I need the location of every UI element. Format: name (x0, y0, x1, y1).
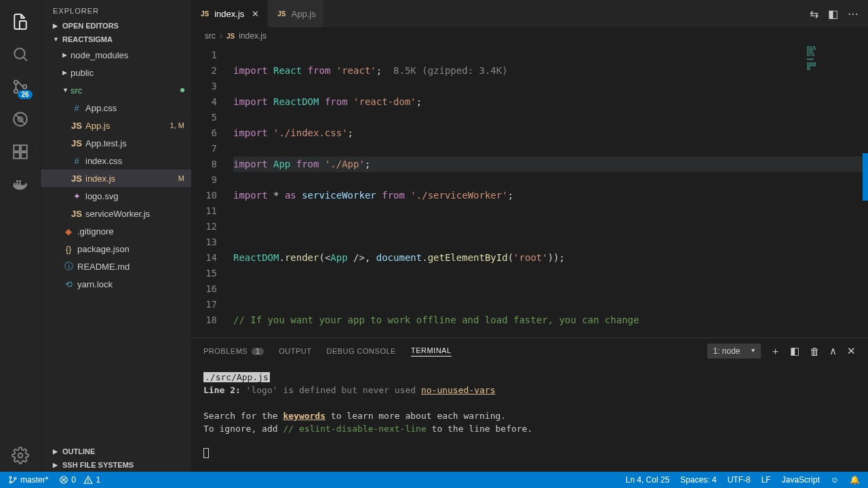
info-icon: ⓘ (62, 260, 75, 272)
terminal-selector[interactable]: 1: node (707, 344, 761, 359)
svg-point-5 (22, 85, 26, 88)
svg-rect-14 (16, 183, 18, 185)
folder-public[interactable]: ▶public (41, 64, 191, 81)
panel-tab-output[interactable]: OUTPUT (279, 347, 311, 355)
bottom-panel: PROBLEMS1 OUTPUT DEBUG CONSOLE TERMINAL … (191, 338, 868, 472)
split-editor-icon[interactable]: ◧ (828, 7, 838, 20)
explorer-icon[interactable] (4, 5, 37, 38)
svg-rect-10 (14, 152, 20, 159)
chevron-right-icon: ▶ (62, 52, 71, 58)
tab-index-js[interactable]: JSindex.js✕ (191, 0, 268, 27)
status-language[interactable]: JavaScript (776, 472, 825, 488)
chevron-right-icon: › (220, 31, 222, 41)
js-icon: JS (71, 121, 83, 131)
kill-terminal-icon[interactable]: 🗑 (810, 346, 821, 357)
hash-icon: # (71, 156, 83, 166)
docker-icon[interactable] (4, 168, 37, 201)
search-icon[interactable] (4, 38, 37, 70)
tab-app-js[interactable]: JSApp.js (268, 0, 323, 27)
maximize-panel-icon[interactable]: ∧ (829, 345, 837, 357)
svg-point-1 (14, 48, 24, 58)
git-icon: ◆ (62, 226, 75, 237)
hash-icon: # (71, 103, 83, 113)
file-tree: ▶node_modules ▶public ▼src #App.css JSAp… (41, 46, 191, 445)
svg-point-26 (88, 482, 89, 483)
extensions-icon[interactable] (4, 136, 37, 168)
file-app-test[interactable]: JSApp.test.js (41, 134, 191, 152)
file-logo-svg[interactable]: ✦logo.svg (41, 187, 191, 205)
settings-gear-icon[interactable] (4, 439, 37, 472)
svg-line-2 (23, 57, 26, 60)
file-readme[interactable]: ⓘREADME.md (41, 258, 191, 275)
close-panel-icon[interactable]: ✕ (847, 345, 856, 357)
svg-line-7 (15, 114, 25, 124)
svg-point-20 (9, 481, 12, 483)
panel-tabs: PROBLEMS1 OUTPUT DEBUG CONSOLE TERMINAL … (191, 338, 868, 364)
status-branch[interactable]: master* (3, 472, 54, 488)
status-bar: master* 0 1 Ln 4, Col 25 Spaces: 4 UTF-8… (0, 472, 868, 488)
breadcrumb[interactable]: src› JSindex.js (191, 27, 868, 45)
js-icon: JS (226, 33, 235, 40)
tabbar: JSindex.js✕ JSApp.js ⇆ ◧ ⋯ (191, 0, 868, 27)
activity-bar: 26 (0, 0, 41, 472)
tabbar-actions: ⇆ ◧ ⋯ (800, 0, 868, 27)
status-feedback-icon[interactable]: ☺ (825, 472, 844, 488)
compare-icon[interactable]: ⇆ (810, 7, 818, 20)
svg-rect-13 (14, 183, 16, 185)
overview-ruler[interactable] (863, 153, 868, 201)
split-terminal-icon[interactable]: ◧ (790, 345, 800, 357)
folder-node-modules[interactable]: ▶node_modules (41, 46, 191, 64)
chevron-right-icon: ▶ (62, 69, 71, 76)
code-content[interactable]: import React from 'react'; 8.5K (gzipped… (225, 45, 868, 338)
panel-tab-debug[interactable]: DEBUG CONSOLE (326, 347, 395, 355)
json-icon: {} (62, 244, 75, 254)
file-index-css[interactable]: #index.css (41, 152, 191, 169)
status-eol[interactable]: LF (756, 472, 776, 488)
status-indent[interactable]: Spaces: 4 (675, 472, 722, 488)
file-app-js[interactable]: JSApp.js1, M (41, 117, 191, 134)
close-icon[interactable]: ✕ (250, 8, 260, 19)
svg-rect-0 (19, 21, 26, 29)
svg-rect-16 (16, 180, 18, 182)
outline-section[interactable]: ▶OUTLINE (41, 445, 191, 458)
scm-icon[interactable]: 26 (4, 70, 37, 103)
js-icon: JS (277, 10, 285, 18)
chevron-right-icon: ▶ (53, 448, 60, 455)
js-icon: JS (201, 10, 209, 18)
chevron-down-icon: ▼ (53, 36, 60, 43)
folder-src[interactable]: ▼src (41, 81, 191, 99)
yarn-icon: ⟲ (62, 279, 75, 289)
file-index-js[interactable]: JSindex.jsM (41, 169, 191, 187)
file-yarn-lock[interactable]: ⟲yarn.lock (41, 275, 191, 293)
more-icon[interactable]: ⋯ (848, 7, 859, 20)
ssh-section[interactable]: ▶SSH FILE SYSTEMS (41, 458, 191, 472)
js-icon: JS (71, 209, 83, 219)
svg-rect-15 (19, 183, 21, 185)
project-section[interactable]: ▼REACTSIGMA (41, 33, 191, 46)
svg-point-4 (14, 89, 17, 93)
file-gitignore[interactable]: ◆.gitignore (41, 222, 191, 240)
panel-tab-problems[interactable]: PROBLEMS1 (203, 347, 264, 355)
panel-tab-terminal[interactable]: TERMINAL (411, 346, 452, 357)
status-encoding[interactable]: UTF-8 (722, 472, 756, 488)
chevron-down-icon: ▼ (62, 87, 71, 94)
new-terminal-icon[interactable]: ＋ (770, 345, 781, 358)
file-package-json[interactable]: {}package.json (41, 240, 191, 258)
status-notifications-icon[interactable]: 🔔 (844, 472, 865, 488)
status-problems[interactable]: 0 1 (54, 472, 106, 488)
open-editors-section[interactable]: ▶OPEN EDITORS (41, 19, 191, 33)
modified-dot-icon (180, 88, 184, 92)
code-editor[interactable]: 123456789101112131415161718 import React… (191, 45, 868, 338)
svg-rect-12 (21, 145, 27, 151)
minimap[interactable]: ███ ██ ██████ ████ ████ ██████ ██ █████ … (807, 46, 854, 87)
chevron-right-icon: ▶ (53, 462, 60, 468)
status-cursor-pos[interactable]: Ln 4, Col 25 (620, 472, 675, 488)
explorer-sidebar: EXPLORER ▶OPEN EDITORS ▼REACTSIGMA ▶node… (41, 0, 191, 472)
debug-icon[interactable] (4, 103, 37, 136)
svg-rect-9 (14, 145, 20, 151)
file-app-css[interactable]: #App.css (41, 99, 191, 117)
svg-icon: ✦ (71, 191, 83, 201)
js-icon: JS (71, 138, 83, 148)
terminal[interactable]: ./src/App.js Line 2: 'logo' is defined b… (191, 364, 868, 472)
file-service-worker[interactable]: JSserviceWorker.js (41, 205, 191, 222)
